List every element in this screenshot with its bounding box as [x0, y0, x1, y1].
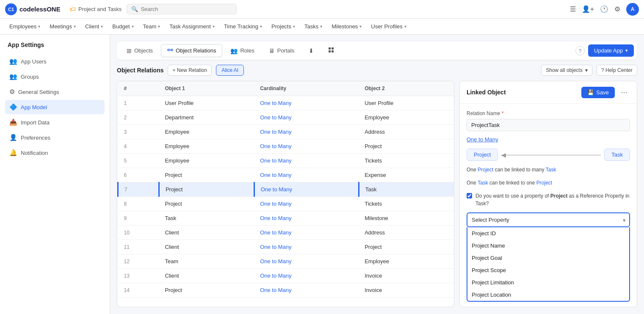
search-icon: 🔍	[131, 6, 138, 12]
tab-roles[interactable]: 👥 Roles	[224, 44, 260, 57]
dropdown-item-project-goal[interactable]: Project Goal	[467, 252, 629, 264]
row-obj2: Expense	[359, 168, 454, 182]
chevron-down-icon: ▾	[101, 24, 103, 29]
sidebar-item-app-model[interactable]: 🔷 App Model	[5, 100, 105, 114]
table-row[interactable]: 4 Employee One to Many Project	[118, 139, 454, 154]
history-icon[interactable]: 🕐	[600, 5, 608, 13]
row-obj2: Address	[359, 226, 454, 240]
help-icon[interactable]: ?	[575, 46, 585, 55]
sidebar-item-app-users[interactable]: 👥 App Users	[5, 54, 105, 69]
table-row[interactable]: 6 Project One to Many Expense	[118, 168, 454, 182]
search-bar[interactable]: 🔍	[127, 4, 237, 14]
menu-item-employees[interactable]: Employees ▾	[5, 21, 44, 32]
reference-property-checkbox-row: Do you want to use a property of Project…	[467, 192, 630, 207]
menu-item-user-profiles[interactable]: User Profiles ▾	[367, 21, 410, 32]
chevron-down-icon: ▾	[213, 24, 215, 29]
row-cardinality[interactable]: One to Many	[254, 197, 359, 211]
table-row[interactable]: 12 Team One to Many Employee	[118, 254, 454, 269]
row-cardinality[interactable]: One to Many	[254, 182, 359, 197]
tab-share[interactable]	[322, 44, 340, 57]
search-input[interactable]	[141, 6, 232, 12]
relation-name-value[interactable]: ProjectTask	[467, 119, 630, 131]
row-cardinality[interactable]: One to Many	[254, 283, 359, 297]
sidebar-item-import-data-label: Import Data	[21, 119, 50, 126]
menu-item-time-tracking[interactable]: Time Tracking ▾	[220, 21, 266, 32]
sidebar-item-notification-label: Notification	[21, 150, 48, 156]
top-navigation: C1 codelessONE 🏷 Project and Tasks 🔍 ☰ 👤…	[0, 0, 644, 19]
table-row[interactable]: 3 Employee One to Many Address	[118, 125, 454, 139]
row-cardinality[interactable]: One to Many	[254, 168, 359, 182]
relation-description-1: One Project can be linked to many Task	[467, 166, 630, 174]
dropdown-item-project-scope[interactable]: Project Scope	[467, 264, 629, 276]
avatar[interactable]: A	[626, 3, 639, 16]
more-options-button[interactable]: ⋯	[618, 86, 630, 98]
select-property-dropdown[interactable]: Select Property	[467, 212, 630, 227]
menu-item-tasks[interactable]: Tasks ▾	[300, 21, 326, 32]
table-row[interactable]: 11 Client One to Many Project	[118, 240, 454, 254]
table-row[interactable]: 13 Client One to Many Invoice	[118, 269, 454, 283]
row-cardinality[interactable]: One to Many	[254, 226, 359, 240]
table-row[interactable]: 5 Employee One to Many Tickets	[118, 154, 454, 168]
menu-item-budget[interactable]: Budget ▾	[108, 21, 138, 32]
add-user-icon[interactable]: 👤+	[582, 5, 594, 13]
row-cardinality[interactable]: One to Many	[254, 125, 359, 139]
table-row[interactable]: 8 Project One to Many Tickets	[118, 197, 454, 211]
tab-objects[interactable]: ⊞ Objects	[120, 44, 159, 57]
row-cardinality[interactable]: One to Many	[254, 240, 359, 254]
row-num: 12	[118, 254, 159, 269]
svg-rect-5	[329, 50, 331, 52]
sidebar-item-general-settings[interactable]: ⚙ General Settings	[5, 85, 105, 99]
sidebar-item-import-data[interactable]: 📥 Import Data	[5, 115, 105, 129]
table-row[interactable]: 2 Department One to Many Employee	[118, 110, 454, 125]
reference-property-checkbox[interactable]	[467, 193, 472, 198]
alice-ai-button[interactable]: Alice AI	[216, 65, 244, 76]
menu-item-projects[interactable]: Projects ▾	[267, 21, 299, 32]
show-all-objects-dropdown[interactable]: Show all objects ▾	[541, 65, 592, 76]
row-obj1: Team	[159, 254, 254, 269]
sidebar-item-groups-label: Groups	[21, 74, 39, 80]
update-app-button[interactable]: Update App ▾	[588, 44, 634, 57]
sidebar-item-groups[interactable]: 👥 Groups	[5, 69, 105, 84]
menu-item-task-assignment[interactable]: Task Assignment ▾	[165, 21, 219, 32]
table-row[interactable]: 10 Client One to Many Address	[118, 226, 454, 240]
row-obj1: Employee	[159, 139, 254, 154]
menu-item-client[interactable]: Client ▾	[81, 21, 107, 32]
new-relation-button[interactable]: + New Relation	[168, 65, 212, 76]
relations-icon	[167, 47, 173, 54]
help-center-button[interactable]: ? Help Center	[597, 65, 637, 76]
sidebar-item-notification[interactable]: 🔔 Notification	[5, 146, 105, 160]
table-row[interactable]: 14 Project One to Many Invoice	[118, 283, 454, 297]
save-button[interactable]: 💾 Save	[581, 87, 615, 98]
row-cardinality[interactable]: One to Many	[254, 254, 359, 269]
row-cardinality[interactable]: One to Many	[254, 154, 359, 168]
row-cardinality[interactable]: One to Many	[254, 110, 359, 125]
tab-object-relations-label: Object Relations	[176, 47, 216, 54]
table-row[interactable]: 9 Task One to Many Milestone	[118, 211, 454, 226]
menu-item-milestones[interactable]: Milestones ▾	[327, 21, 366, 32]
chevron-down-icon: ▾	[74, 24, 76, 29]
dropdown-item-project-limitation[interactable]: Project Limitation	[467, 276, 629, 289]
menu-item-team[interactable]: Team ▾	[139, 21, 165, 32]
sidebar-item-preferences[interactable]: 👤 Preferences	[5, 130, 105, 145]
table-row[interactable]: 7 Project One to Many Task	[118, 182, 454, 197]
settings-icon[interactable]: ⚙	[614, 5, 620, 13]
cardinality-value[interactable]: One to Many	[467, 136, 498, 143]
row-cardinality[interactable]: One to Many	[254, 211, 359, 226]
app-logo[interactable]: C1 codelessONE	[5, 3, 64, 15]
menu-item-meetings[interactable]: Meetings ▾	[45, 21, 80, 32]
menu-item-tasks-label: Tasks	[304, 23, 318, 30]
row-cardinality[interactable]: One to Many	[254, 96, 359, 110]
tab-download[interactable]: ⬇	[302, 44, 320, 57]
row-num: 5	[118, 154, 159, 168]
row-cardinality[interactable]: One to Many	[254, 269, 359, 283]
tab-object-relations[interactable]: Object Relations	[161, 44, 222, 57]
tab-portals[interactable]: 🖥 Portals	[263, 44, 301, 57]
dropdown-item-project-id[interactable]: Project ID	[467, 227, 629, 240]
dropdown-item-project-name[interactable]: Project Name	[467, 240, 629, 252]
table-row[interactable]: 1 User Profile One to Many User Profile	[118, 96, 454, 110]
object-relations-title: Object Relations	[117, 67, 163, 74]
row-cardinality[interactable]: One to Many	[254, 139, 359, 154]
dropdown-item-project-location[interactable]: Project Location	[467, 289, 629, 301]
row-obj1: Client	[159, 240, 254, 254]
menu-icon[interactable]: ☰	[570, 5, 576, 13]
